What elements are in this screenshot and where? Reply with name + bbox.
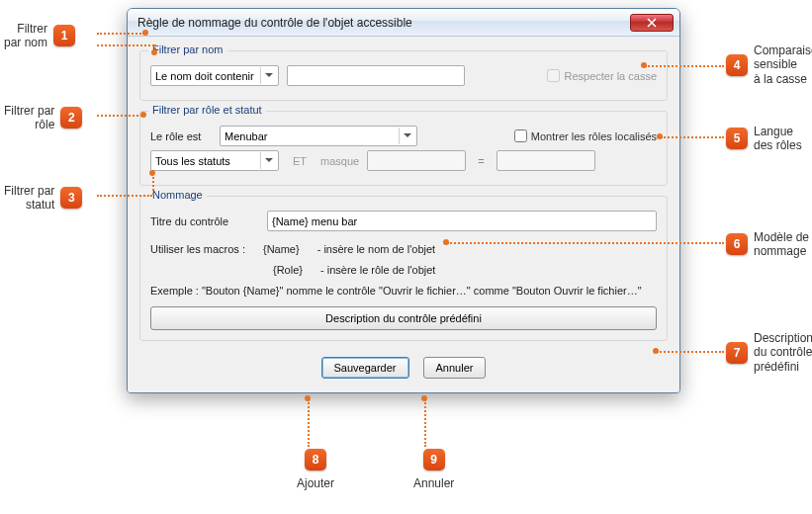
leader-8 <box>308 399 310 447</box>
leader-dot <box>142 30 148 36</box>
leader-7 <box>657 351 724 353</box>
chevron-down-icon <box>399 128 414 144</box>
control-title-label: Titre du contrôle <box>150 215 259 227</box>
leader-dot <box>443 239 449 245</box>
dialog-body: Filtrer par nom Le nom doit contenir Res… <box>128 37 679 392</box>
leader-dot <box>151 49 157 55</box>
leader-dot <box>421 395 427 401</box>
group-legend: Filtrer par rôle et statut <box>148 104 266 116</box>
group-naming: Nommage Titre du contrôle Utiliser les m… <box>139 196 668 341</box>
leader-dot <box>305 395 311 401</box>
macro-name-desc: - insère le nom de l'objet <box>317 241 436 258</box>
cancel-button[interactable]: Annuler <box>423 357 487 379</box>
group-legend: Filtrer par nom <box>148 43 227 55</box>
callout-6: Modèle de nommage 6 <box>726 230 809 259</box>
macros-block: Utiliser les macros : {Name} - insère le… <box>150 241 657 278</box>
callout-8: 8 Ajouter <box>297 449 334 490</box>
save-button-label: Sauvegarder <box>334 362 397 374</box>
name-rule-selected: Le nom doit contenir <box>155 70 254 82</box>
leader-2 <box>97 115 142 117</box>
leader-9 <box>424 399 426 447</box>
leader-dot <box>149 170 155 176</box>
leader-dot <box>140 112 146 118</box>
et-label: ET <box>287 155 313 167</box>
predefined-description-label: Description du contrôle prédéfini <box>325 312 482 324</box>
status-selected: Tous les statuts <box>155 155 230 167</box>
role-selected: Menubar <box>225 130 267 142</box>
leader-6 <box>447 242 724 244</box>
leader-4 <box>645 65 724 67</box>
status-select[interactable]: Tous les statuts <box>150 150 279 171</box>
mask-value-input <box>367 150 466 171</box>
titlebar: Règle de nommage du contrôle de l'objet … <box>128 9 679 37</box>
chevron-down-icon <box>260 67 276 84</box>
leader-1 <box>97 33 144 35</box>
role-select[interactable]: Menubar <box>220 126 417 146</box>
window-title: Règle de nommage du contrôle de l'objet … <box>137 16 630 30</box>
show-localized-roles-label: Montrer les rôles localisés <box>531 130 657 142</box>
show-localized-roles-checkbox[interactable]: Montrer les rôles localisés <box>514 129 657 142</box>
dialog-window: Règle de nommage du contrôle de l'objet … <box>127 8 680 393</box>
predefined-description-button[interactable]: Description du contrôle prédéfini <box>150 306 657 330</box>
callout-2: Filtrer par rôle 2 <box>4 104 82 132</box>
mask-label: masque <box>320 155 359 167</box>
equals-label: = <box>474 155 488 167</box>
leader-dot <box>641 62 647 68</box>
close-icon <box>647 18 657 28</box>
callout-3: Filtrer par statut 3 <box>4 184 82 213</box>
mask-compare-input <box>496 150 595 171</box>
save-button[interactable]: Sauvegarder <box>321 357 409 379</box>
group-legend: Nommage <box>148 189 207 201</box>
callout-5: Langue des rôles 5 <box>726 125 802 153</box>
cancel-button-label: Annuler <box>436 362 474 374</box>
show-localized-roles-box[interactable] <box>514 129 527 142</box>
role-label: Le rôle est <box>150 130 212 142</box>
respect-case-checkbox[interactable]: Respecter la casse <box>547 69 657 82</box>
callout-9: 9 Annuler <box>413 449 454 490</box>
control-title-input[interactable] <box>267 211 657 231</box>
name-value-input[interactable] <box>287 65 465 86</box>
name-rule-select[interactable]: Le nom doit contenir <box>150 65 279 86</box>
macro-role-desc: - insère le rôle de l'objet <box>320 262 435 279</box>
callout-1: Filtrer par nom 1 <box>4 22 75 50</box>
callout-7: Description du contrôle prédéfini 7 <box>726 331 812 374</box>
leader-dot <box>657 133 663 139</box>
respect-case-box[interactable] <box>547 69 560 82</box>
macro-role: {Role} <box>273 262 303 279</box>
leader-dot <box>653 348 659 354</box>
group-filter-name: Filtrer par nom Le nom doit contenir Res… <box>139 50 668 101</box>
leader-3a <box>97 195 152 197</box>
respect-case-label: Respecter la casse <box>564 70 657 82</box>
macros-intro: Utiliser les macros : <box>150 241 245 258</box>
leader-5 <box>661 136 724 138</box>
macro-example: Exemple : "Bouton {Name}" nomme le contr… <box>150 284 657 299</box>
callout-4: Comparaison sensible à la casse 4 <box>726 43 812 86</box>
close-button[interactable] <box>630 14 674 32</box>
chevron-down-icon <box>260 152 276 169</box>
macro-name: {Name} <box>263 241 300 258</box>
dialog-buttons: Sauvegarder Annuler <box>139 351 668 381</box>
group-filter-role: Filtrer par rôle et statut Le rôle est M… <box>139 111 668 186</box>
leader-1b <box>97 44 154 46</box>
